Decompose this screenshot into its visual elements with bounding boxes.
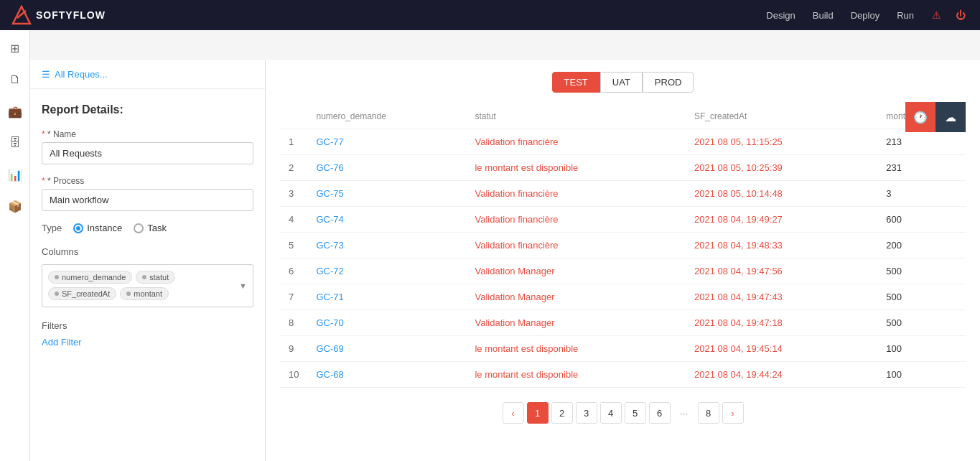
env-tab-prod[interactable]: PROD: [643, 72, 694, 93]
env-tabs: TEST UAT PROD: [280, 72, 966, 93]
nav-design[interactable]: Design: [766, 10, 795, 21]
sidebar-file-icon[interactable]: 🗋: [4, 69, 26, 90]
col-num: [280, 104, 307, 129]
cell-numero-demande[interactable]: GC-69: [307, 336, 466, 362]
cell-statut: Validation financière: [466, 207, 685, 233]
table-row: 2 GC-76 le montant est disponible 2021 0…: [280, 155, 966, 181]
next-page-button[interactable]: ›: [722, 402, 744, 424]
cell-sf-createdat: 2021 08 05, 11:15:25: [686, 129, 877, 155]
power-icon[interactable]: ⏻: [953, 7, 969, 23]
cell-numero-demande[interactable]: GC-75: [307, 181, 466, 207]
cell-statut: Validation financière: [466, 181, 685, 207]
cell-montant: 200: [877, 233, 966, 259]
type-task-option[interactable]: Task: [134, 223, 167, 233]
cell-sf-createdat: 2021 08 04, 19:45:14: [686, 336, 877, 362]
page-3-button[interactable]: 3: [576, 402, 597, 424]
cell-numero-demande[interactable]: GC-71: [307, 284, 466, 310]
cell-montant: 3: [877, 181, 966, 207]
row-num: 6: [280, 259, 307, 284]
left-panel: ☰ All Reques... Report Details: * * Name…: [30, 60, 266, 461]
cell-statut: Validation financière: [466, 129, 685, 155]
env-tab-uat[interactable]: UAT: [600, 72, 643, 93]
task-label: Task: [147, 223, 167, 233]
name-input[interactable]: [42, 142, 253, 164]
app-logo[interactable]: SOFTYFLOW: [11, 5, 106, 25]
task-radio[interactable]: [134, 223, 144, 233]
cell-numero-demande[interactable]: GC-68: [307, 362, 466, 388]
sidebar-db-icon[interactable]: 🗄: [4, 132, 26, 154]
nav-run[interactable]: Run: [897, 10, 914, 21]
page-4-button[interactable]: 4: [600, 402, 622, 424]
cell-numero-demande[interactable]: GC-76: [307, 155, 466, 181]
prev-page-button[interactable]: ‹: [503, 402, 524, 424]
tag-label: montant: [134, 289, 162, 298]
tag-montant[interactable]: montant: [120, 287, 169, 300]
type-instance-option[interactable]: Instance: [73, 223, 122, 233]
cell-montant: 213: [877, 129, 966, 155]
sidebar-box-icon[interactable]: 📦: [4, 195, 26, 217]
table-header: numero_demande statut SF_createdAt monta…: [280, 104, 966, 129]
cell-sf-createdat: 2021 08 04, 19:44:24: [686, 362, 877, 388]
clock-button[interactable]: 🕐: [905, 102, 935, 132]
data-table: numero_demande statut SF_createdAt monta…: [280, 104, 966, 388]
nav-build[interactable]: Build: [813, 10, 834, 21]
cell-montant: 231: [877, 155, 966, 181]
float-action-buttons: 🕐 ☁: [905, 102, 966, 132]
row-num: 3: [280, 181, 307, 207]
main-wrapper: ☰ All Reques... Report Details: * * Name…: [30, 60, 980, 461]
cell-sf-createdat: 2021 08 04, 19:47:56: [686, 259, 877, 284]
cell-montant: 100: [877, 336, 966, 362]
page-6-button[interactable]: 6: [649, 402, 671, 424]
warning-icon[interactable]: ⚠: [928, 7, 944, 23]
sidebar-briefcase-icon[interactable]: 💼: [4, 101, 26, 122]
columns-box[interactable]: numero_demande statut SF_createdAt monta…: [42, 264, 253, 307]
table-row: 9 GC-69 le montant est disponible 2021 0…: [280, 336, 966, 362]
tag-dot: [142, 275, 146, 279]
sidebar-chart-icon[interactable]: 📊: [4, 164, 26, 185]
cloud-button[interactable]: ☁: [935, 102, 966, 132]
tag-numero-demande[interactable]: numero_demande: [48, 271, 132, 284]
page-2-button[interactable]: 2: [551, 402, 573, 424]
add-filter-button[interactable]: Add Filter: [42, 337, 82, 348]
sidebar-grid-icon[interactable]: ⊞: [4, 37, 26, 59]
process-label-text: * Process: [47, 176, 84, 186]
cell-numero-demande[interactable]: GC-72: [307, 259, 466, 284]
cell-montant: 100: [877, 362, 966, 388]
type-label: Type: [42, 223, 62, 233]
table-body: 1 GC-77 Validation financière 2021 08 05…: [280, 129, 966, 388]
page-8-button[interactable]: 8: [698, 402, 719, 424]
tags-container: numero_demande statut SF_createdAt monta…: [48, 271, 247, 300]
process-input[interactable]: [42, 189, 253, 211]
nav-deploy[interactable]: Deploy: [851, 10, 879, 21]
left-sidebar: ⊞ 🗋 💼 🗄 📊 📦: [0, 30, 30, 461]
name-label-text: * Name: [47, 129, 76, 139]
cell-statut: Validation Manager: [466, 284, 685, 310]
table-row: 6 GC-72 Validation Manager 2021 08 04, 1…: [280, 259, 966, 284]
cell-numero-demande[interactable]: GC-77: [307, 129, 466, 155]
tag-statut[interactable]: statut: [136, 271, 175, 284]
table-row: 1 GC-77 Validation financière 2021 08 05…: [280, 129, 966, 155]
page-1-button[interactable]: 1: [527, 402, 549, 424]
instance-label: Instance: [87, 223, 122, 233]
pagination-dots: ···: [673, 402, 695, 424]
cell-montant: 500: [877, 259, 966, 284]
cell-numero-demande[interactable]: GC-73: [307, 233, 466, 259]
row-num: 5: [280, 233, 307, 259]
row-num: 1: [280, 129, 307, 155]
cell-numero-demande[interactable]: GC-74: [307, 207, 466, 233]
cell-numero-demande[interactable]: GC-70: [307, 310, 466, 336]
page-5-button[interactable]: 5: [625, 402, 646, 424]
row-num: 2: [280, 155, 307, 181]
breadcrumb-link[interactable]: All Reques...: [55, 69, 108, 80]
cell-montant: 600: [877, 207, 966, 233]
cell-statut: le montant est disponible: [466, 362, 685, 388]
cell-statut: le montant est disponible: [466, 155, 685, 181]
instance-radio[interactable]: [73, 223, 83, 233]
cell-sf-createdat: 2021 08 04, 19:47:43: [686, 284, 877, 310]
name-label: * * Name: [42, 129, 253, 139]
cell-sf-createdat: 2021 08 05, 10:14:48: [686, 181, 877, 207]
env-tab-test[interactable]: TEST: [552, 72, 600, 93]
cell-sf-createdat: 2021 08 04, 19:47:18: [686, 310, 877, 336]
cell-statut: Validation Manager: [466, 259, 685, 284]
tag-sf-createdat[interactable]: SF_createdAt: [48, 287, 116, 300]
